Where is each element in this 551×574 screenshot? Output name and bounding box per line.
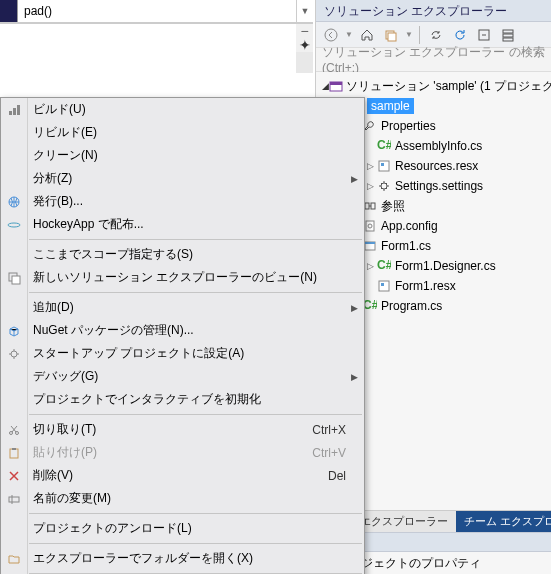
expander-icon[interactable]: ◢: [322, 81, 329, 91]
newview-icon: [5, 269, 23, 287]
svg-rect-5: [503, 34, 513, 37]
expander-icon[interactable]: ▷: [364, 261, 376, 271]
method-dropdown-left: [0, 0, 18, 22]
method-name: pad(): [18, 0, 297, 22]
tab-team-explorer[interactable]: チーム エクスプロー: [456, 511, 551, 532]
svg-rect-26: [13, 108, 16, 115]
menu-scope[interactable]: ここまでスコープ指定する(S): [1, 243, 364, 266]
menu-startup[interactable]: スタートアップ プロジェクトに設定(A): [1, 342, 364, 365]
svg-rect-23: [381, 283, 384, 286]
context-menu: ビルド(U) リビルド(E) クリーン(N) 分析(Z)▶ 発行(B)... H…: [0, 97, 365, 574]
globe-icon: [5, 193, 23, 211]
chevron-down-icon[interactable]: ▼: [404, 24, 414, 46]
svg-text:C#: C#: [377, 139, 391, 152]
menu-analyze[interactable]: 分析(Z)▶: [1, 167, 364, 190]
expand-icon[interactable]: ✦: [299, 38, 311, 52]
cs-file-icon: C#: [376, 138, 392, 154]
settings-icon: [376, 178, 392, 194]
menu-hockeyapp[interactable]: HockeyApp で配布...: [1, 213, 364, 236]
properties-button[interactable]: [497, 24, 519, 46]
menu-unload[interactable]: プロジェクトのアンロード(L): [1, 517, 364, 540]
menu-paste[interactable]: 貼り付け(P)Ctrl+V: [1, 441, 364, 464]
menu-rename[interactable]: 名前の変更(M): [1, 487, 364, 510]
editor-scroll[interactable]: − ✦: [296, 24, 313, 73]
cs-file-icon: C#: [376, 258, 392, 274]
resx-icon: [376, 158, 392, 174]
menu-newview[interactable]: 新しいソリューション エクスプローラーのビュー(N): [1, 266, 364, 289]
menu-debug[interactable]: デバッグ(G)▶: [1, 365, 364, 388]
split-icon[interactable]: −: [300, 24, 308, 38]
chevron-down-icon[interactable]: ▼: [297, 6, 313, 16]
expander-icon[interactable]: ▷: [364, 181, 376, 191]
folder-icon: [5, 550, 23, 568]
home-button[interactable]: [356, 24, 378, 46]
nuget-icon: [5, 322, 23, 340]
solution-icon: [329, 78, 343, 94]
sync-button[interactable]: [425, 24, 447, 46]
svg-rect-37: [9, 497, 19, 502]
svg-rect-27: [17, 105, 20, 115]
menu-openfolder[interactable]: エクスプローラーでフォルダーを開く(X): [1, 547, 364, 570]
menu-add[interactable]: 追加(D)▶: [1, 296, 364, 319]
svg-rect-2: [388, 33, 396, 41]
expander-icon[interactable]: ▷: [364, 161, 376, 171]
svg-rect-6: [503, 38, 513, 41]
svg-text:C#: C#: [363, 299, 377, 312]
scrollbar-track[interactable]: [296, 52, 313, 73]
rename-icon: [5, 490, 23, 508]
menu-delete[interactable]: 削除(V)Del: [1, 464, 364, 487]
refresh-button[interactable]: [449, 24, 471, 46]
scissors-icon: [5, 421, 23, 439]
delete-icon: [5, 467, 23, 485]
back-button[interactable]: [320, 24, 342, 46]
method-dropdown[interactable]: pad() ▼: [0, 0, 313, 23]
svg-rect-17: [366, 221, 374, 231]
submenu-arrow-icon: ▶: [351, 303, 358, 313]
build-icon: [5, 101, 23, 119]
paste-icon: [5, 444, 23, 462]
svg-rect-31: [12, 276, 20, 284]
hockeyapp-icon: [5, 216, 23, 234]
svg-rect-8: [330, 82, 342, 85]
svg-point-0: [325, 29, 337, 41]
menu-cut[interactable]: 切り取り(T)Ctrl+X: [1, 418, 364, 441]
solution-node[interactable]: ◢ソリューション 'sample' (1 プロジェクト): [316, 76, 551, 96]
startup-icon: [5, 345, 23, 363]
menu-clean[interactable]: クリーン(N): [1, 144, 364, 167]
panel-title: ソリューション エクスプローラー: [316, 0, 551, 22]
svg-rect-15: [365, 203, 369, 209]
menu-build[interactable]: ビルド(U): [1, 98, 364, 121]
menu-rebuild[interactable]: リビルド(E): [1, 121, 364, 144]
search-placeholder: ソリューション エクスプローラー の検索 (Ctrl+:): [322, 44, 545, 75]
svg-rect-35: [10, 449, 18, 458]
svg-rect-36: [12, 448, 16, 450]
submenu-arrow-icon: ▶: [351, 174, 358, 184]
svg-rect-4: [503, 30, 513, 33]
svg-rect-20: [365, 242, 375, 244]
resx-icon: [376, 278, 392, 294]
menu-nuget[interactable]: NuGet パッケージの管理(N)...: [1, 319, 364, 342]
svg-rect-25: [9, 111, 12, 115]
svg-point-29: [8, 223, 20, 227]
menu-interactive[interactable]: プロジェクトでインタラクティブを初期化: [1, 388, 364, 411]
svg-rect-13: [381, 163, 384, 166]
menu-publish[interactable]: 発行(B)...: [1, 190, 364, 213]
pending-changes-button[interactable]: [380, 24, 402, 46]
chevron-down-icon[interactable]: ▼: [344, 24, 354, 46]
svg-point-32: [11, 351, 17, 357]
editor-area[interactable]: − ✦: [0, 23, 313, 73]
submenu-arrow-icon: ▶: [351, 372, 358, 382]
collapse-all-button[interactable]: [473, 24, 495, 46]
svg-rect-16: [371, 203, 375, 209]
search-box[interactable]: ソリューション エクスプローラー の検索 (Ctrl+:): [316, 48, 551, 72]
svg-text:C#: C#: [377, 259, 391, 272]
